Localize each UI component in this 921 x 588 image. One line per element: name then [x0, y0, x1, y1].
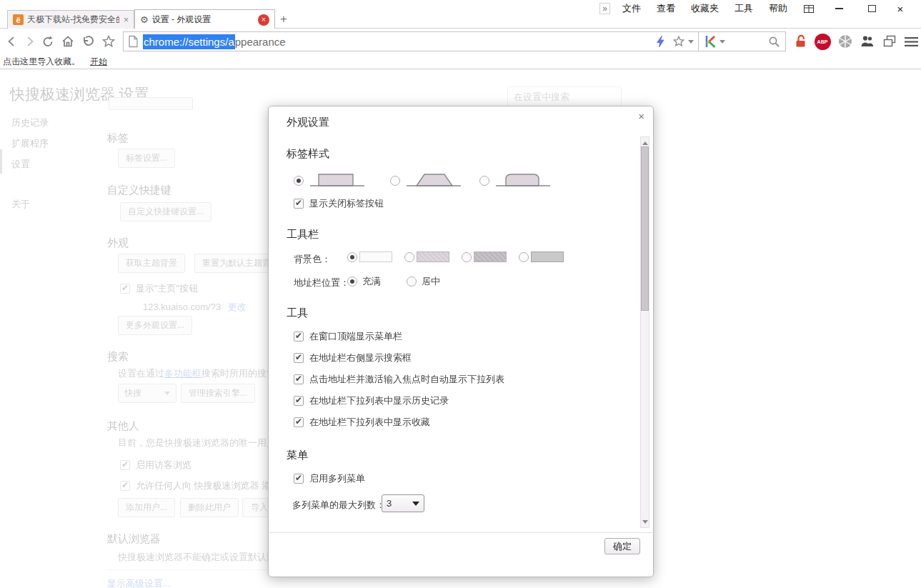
search-icon[interactable]: [768, 36, 780, 48]
address-position-label: 地址栏位置：: [294, 276, 349, 289]
address-fill-option[interactable]: 充满: [347, 275, 381, 288]
star-dropdown-caret-icon[interactable]: [688, 40, 694, 44]
radio-selected[interactable]: [347, 252, 357, 262]
checkbox-label: 启用多列菜单: [309, 472, 365, 485]
multi-column-menu-row: 启用多列菜单: [294, 472, 365, 485]
minimize-button[interactable]: [831, 8, 847, 9]
show-close-tab-checkbox[interactable]: [294, 199, 304, 209]
scrollbar-thumb[interactable]: [641, 146, 649, 311]
users-icon[interactable]: [859, 32, 877, 51]
dropdown-history-checkbox[interactable]: [294, 396, 304, 406]
address-center-option[interactable]: 居中: [407, 275, 440, 288]
menu-bar: » 文件 查看 收藏夹 工具 帮助 ×: [599, 2, 912, 15]
bookmark-star-icon[interactable]: [99, 32, 118, 51]
show-searchbox-checkbox[interactable]: [294, 353, 304, 363]
menu-view[interactable]: 查看: [657, 2, 675, 15]
hamburger-menu-icon[interactable]: [902, 32, 920, 51]
radio-unselected[interactable]: [390, 176, 400, 186]
radio-unselected[interactable]: [519, 252, 529, 262]
trapezoid-tab-shape-icon: [405, 171, 462, 191]
background-color-label: 背景色：: [294, 253, 331, 266]
gear-icon: ⚙: [140, 14, 149, 25]
radio-unselected[interactable]: [479, 176, 489, 186]
radio-selected[interactable]: [294, 176, 304, 186]
unlock-icon[interactable]: [792, 32, 810, 51]
auto-dropdown-checkbox[interactable]: [294, 374, 304, 384]
checkbox-label: 在窗口顶端显示菜单栏: [309, 330, 402, 343]
radio-label: 居中: [422, 275, 440, 288]
ok-button[interactable]: 确定: [604, 538, 640, 554]
checkbox-label: 在地址栏下拉列表中显示收藏: [309, 416, 430, 429]
toolbar-heading: 工具栏: [287, 228, 319, 241]
bookmarks-bar: 点击这里导入收藏。 开始: [0, 54, 921, 69]
tools-option-row: 在地址栏下拉列表中显示收藏: [294, 416, 430, 429]
bg-color-texture2-option[interactable]: [462, 251, 507, 262]
menu-heading: 菜单: [287, 449, 308, 462]
tools-option-row: 在窗口顶端显示菜单栏: [294, 330, 402, 343]
maximize-button[interactable]: [864, 5, 880, 12]
dropdown-favorites-checkbox[interactable]: [294, 417, 304, 427]
tab-style-square-option[interactable]: [294, 171, 366, 191]
address-bar[interactable]: chrome://settings/a ppearance: [123, 31, 699, 51]
refresh-icon[interactable]: [39, 32, 57, 51]
favorite-star-icon[interactable]: [672, 35, 694, 48]
window-close-button[interactable]: ×: [892, 3, 908, 15]
radio-unselected[interactable]: [404, 252, 414, 262]
tab-settings-appearance[interactable]: ⚙ 设置 - 外观设置 ×: [134, 9, 275, 29]
tab-style-heading: 标签样式: [287, 147, 329, 161]
radio-label: 充满: [362, 275, 381, 288]
menu-help[interactable]: 帮助: [769, 2, 787, 15]
lightning-icon[interactable]: [655, 35, 665, 48]
scroll-down-icon[interactable]: [641, 517, 649, 527]
engine-dropdown-caret-icon[interactable]: [720, 40, 725, 44]
radio-unselected[interactable]: [407, 276, 417, 286]
menu-favorites[interactable]: 收藏夹: [691, 2, 719, 15]
dialog-scrollbar[interactable]: [640, 136, 649, 528]
tab-close-icon[interactable]: ×: [258, 14, 269, 26]
show-menubar-checkbox[interactable]: [294, 332, 304, 342]
color-swatch-gray: [531, 251, 564, 262]
rounded-tab-shape-icon: [494, 171, 552, 191]
tab-close-icon[interactable]: ×: [124, 15, 129, 25]
forward-icon[interactable]: [20, 32, 39, 51]
square-tab-shape-icon: [309, 171, 366, 191]
select-caret-icon: [412, 502, 419, 506]
checkbox-label: 在地址栏下拉列表中显示历史记录: [309, 394, 449, 407]
tools-option-row: 在地址栏下拉列表中显示历史记录: [294, 394, 449, 407]
new-tab-button[interactable]: +: [280, 12, 287, 26]
search-engine-box[interactable]: [698, 31, 786, 51]
tools-option-row: 在地址栏右侧显示搜索框: [294, 352, 412, 364]
max-columns-label: 多列菜单的最大列数：: [292, 499, 385, 512]
home-icon[interactable]: [59, 32, 77, 51]
multi-column-menu-checkbox[interactable]: [294, 474, 304, 484]
menu-tools[interactable]: 工具: [735, 2, 753, 15]
back-icon[interactable]: [3, 32, 21, 51]
overflow-icon[interactable]: »: [599, 3, 610, 14]
bookmark-item-start[interactable]: 开始: [90, 56, 107, 68]
color-swatch-texture2: [474, 251, 507, 262]
radio-unselected[interactable]: [462, 252, 472, 262]
radio-selected[interactable]: [347, 276, 357, 286]
layout-grid-icon[interactable]: [801, 5, 817, 13]
dialog-title: 外观设置: [287, 116, 329, 129]
menu-file[interactable]: 文件: [622, 2, 641, 15]
tab-style-rounded-option[interactable]: [479, 171, 552, 191]
appearance-settings-dialog: 外观设置 × 标签样式 显示关闭标签按钮 工具栏 背景色： 地址栏位置：: [268, 106, 654, 577]
max-columns-select[interactable]: 3: [382, 494, 424, 512]
adblock-abp-icon[interactable]: ABP: [813, 32, 832, 51]
tools-heading: 工具: [287, 307, 308, 320]
tab-style-trapezoid-option[interactable]: [390, 171, 462, 191]
checkbox-label: 点击地址栏并激活输入焦点时自动显示下拉列表: [309, 373, 504, 386]
show-close-tab-row: 显示关闭标签按钮: [294, 197, 384, 210]
shutter-icon[interactable]: [836, 32, 855, 51]
cascade-windows-icon[interactable]: [880, 32, 899, 51]
dialog-close-icon[interactable]: ×: [638, 110, 644, 122]
bg-color-texture1-option[interactable]: [404, 251, 449, 262]
bg-color-white-option[interactable]: [347, 251, 392, 262]
import-bookmarks-hint[interactable]: 点击这里导入收藏。: [3, 56, 80, 68]
undo-icon[interactable]: [79, 32, 97, 51]
titlebar: ë 天极下载站-找免费安全的 × ⚙ 设置 - 外观设置 × + » 文件 查看…: [0, 0, 921, 29]
bg-color-gray-option[interactable]: [519, 251, 564, 262]
tools-option-row: 点击地址栏并激活输入焦点时自动显示下拉列表: [294, 373, 504, 386]
tab-tianji[interactable]: ë 天极下载站-找免费安全的 ×: [7, 10, 134, 29]
